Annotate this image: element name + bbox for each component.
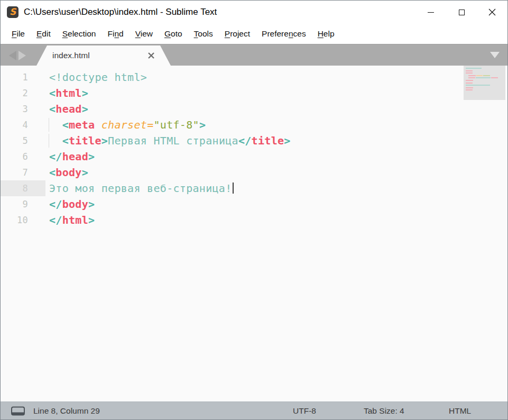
minimize-button[interactable] xyxy=(415,1,446,24)
tab-index-html[interactable]: index.html xyxy=(36,45,171,66)
code-line-5[interactable]: 5 <title>Первая HTML страница</title> xyxy=(1,133,507,149)
panel-switcher-icon[interactable] xyxy=(11,406,25,415)
line-number: 4 xyxy=(1,117,45,133)
code-content: <meta charset="utf-8"> xyxy=(45,117,206,133)
syntax-status[interactable]: HTML xyxy=(449,406,471,416)
window-title: C:\Users\user\Desktop\index.html - Subli… xyxy=(24,7,217,17)
code-area[interactable]: 1<!doctype html>2<html>3<head>4 <meta ch… xyxy=(1,66,507,228)
menu-item-selection[interactable]: Selection xyxy=(57,29,102,39)
line-number: 9 xyxy=(1,196,45,212)
prev-tab-icon[interactable] xyxy=(9,51,16,60)
code-content: <html> xyxy=(45,85,88,101)
editor-pane[interactable]: 1<!doctype html>2<html>3<head>4 <meta ch… xyxy=(1,66,507,401)
code-content: </head> xyxy=(45,149,95,165)
tab-nav-arrows xyxy=(9,51,26,60)
line-number: 7 xyxy=(1,165,45,180)
menu-bar: FileEditSelectionFindViewGotoToolsProjec… xyxy=(1,24,507,44)
code-line-6[interactable]: 6</head> xyxy=(1,149,507,165)
menu-item-project[interactable]: Project xyxy=(219,29,256,39)
sublime-logo-icon: S xyxy=(7,6,19,18)
window-controls xyxy=(415,1,507,24)
code-content: </body> xyxy=(45,196,95,212)
code-line-4[interactable]: 4 <meta charset="utf-8"> xyxy=(1,117,507,133)
code-content: </html> xyxy=(45,212,95,228)
minimap-line xyxy=(466,85,505,86)
text-cursor xyxy=(233,182,234,194)
tab-overflow-dropdown-icon[interactable] xyxy=(490,52,500,58)
code-line-7[interactable]: 7<body> xyxy=(1,165,507,180)
menu-item-view[interactable]: View xyxy=(130,29,159,39)
caret-position-status[interactable]: Line 8, Column 29 xyxy=(33,406,100,416)
line-number: 6 xyxy=(1,149,45,165)
menu-item-find[interactable]: Find xyxy=(101,29,129,39)
minimap-line xyxy=(466,70,505,71)
minimap-line xyxy=(466,72,505,74)
line-number: 3 xyxy=(1,101,45,117)
minimap-line xyxy=(466,87,505,88)
code-content: <title>Первая HTML страница</title> xyxy=(45,133,291,149)
minimap-line xyxy=(466,83,505,84)
code-content: <!doctype html> xyxy=(45,69,147,85)
line-number: 8 xyxy=(1,180,45,196)
code-line-10[interactable]: 10</html> xyxy=(1,212,507,228)
code-line-9[interactable]: 9</body> xyxy=(1,196,507,212)
sublime-text-window: S C:\Users\user\Desktop\index.html - Sub… xyxy=(0,0,508,420)
close-icon xyxy=(488,8,496,16)
tab-bar: index.html xyxy=(1,44,507,66)
minimap-line xyxy=(466,89,505,90)
code-line-8[interactable]: 8Это моя первая веб-страница! xyxy=(1,180,507,196)
minimap-line xyxy=(466,80,505,81)
minimap-code-preview xyxy=(464,66,505,90)
menu-item-tools[interactable]: Tools xyxy=(188,29,219,39)
next-tab-icon[interactable] xyxy=(19,51,26,60)
status-bar: Line 8, Column 29 UTF-8 Tab Size: 4 HTML xyxy=(1,401,507,419)
code-content: <head> xyxy=(45,101,88,117)
minimap-line xyxy=(466,68,505,69)
line-number: 5 xyxy=(1,133,45,149)
menu-item-help[interactable]: Help xyxy=(312,29,340,39)
menu-item-file[interactable]: File xyxy=(6,29,31,39)
tab-close-icon[interactable] xyxy=(147,51,155,60)
title-bar: S C:\Users\user\Desktop\index.html - Sub… xyxy=(1,1,507,24)
code-content: <body> xyxy=(45,165,88,180)
code-line-1[interactable]: 1<!doctype html> xyxy=(1,69,507,85)
maximize-button[interactable] xyxy=(446,1,477,24)
line-number: 1 xyxy=(1,69,45,85)
line-number: 10 xyxy=(1,212,45,228)
maximize-icon xyxy=(459,10,465,15)
code-content: Это моя первая веб-страница! xyxy=(45,180,234,196)
menu-item-edit[interactable]: Edit xyxy=(31,29,57,39)
minimap-line xyxy=(468,75,505,76)
code-line-3[interactable]: 3<head> xyxy=(1,101,507,117)
minimap-line xyxy=(468,77,505,78)
minimap[interactable] xyxy=(464,66,505,100)
tab-size-status[interactable]: Tab Size: 4 xyxy=(364,406,404,416)
menu-item-preferences[interactable]: Preferences xyxy=(256,29,312,39)
menu-item-goto[interactable]: Goto xyxy=(159,29,188,39)
sublime-logo-letter: S xyxy=(10,7,16,16)
tab-label: index.html xyxy=(52,51,90,60)
encoding-status[interactable]: UTF-8 xyxy=(293,406,316,416)
minimize-icon xyxy=(428,12,434,13)
line-number: 2 xyxy=(1,85,45,101)
code-line-2[interactable]: 2<html> xyxy=(1,85,507,101)
close-button[interactable] xyxy=(477,1,507,24)
